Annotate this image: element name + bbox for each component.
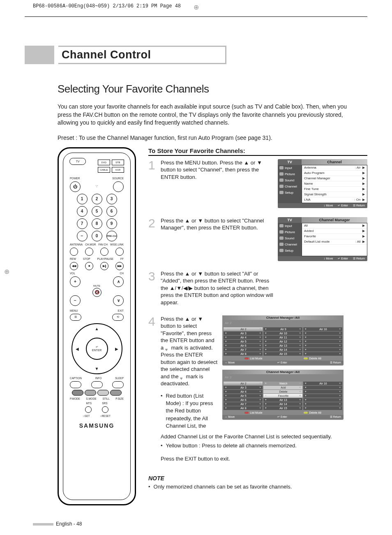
power-button: ⏻: [70, 181, 81, 192]
grid1-cell: Air 4: [224, 336, 263, 339]
grid2-listmode: List Mode: [244, 411, 262, 414]
osd1-side-input: Input: [278, 165, 302, 171]
caption-label: CAPTION: [70, 377, 82, 380]
grid1-cell: Air 5: [224, 340, 263, 343]
caption-button: [70, 381, 81, 388]
osd2-foot-move: ↕ Move: [324, 257, 333, 260]
grid1-cell: Air 8: [224, 352, 263, 356]
osd1-side-picture: Picture: [278, 171, 302, 177]
grid2-cell: Air 16: [303, 382, 342, 385]
antenna-button: [70, 248, 78, 256]
digit-3: 3: [106, 194, 117, 204]
preset-note: Preset : To use the Channel Manager func…: [58, 134, 367, 141]
digit-6: 6: [106, 206, 117, 217]
rew-button: ◀◀: [70, 262, 78, 270]
rew-label: REW: [70, 257, 76, 260]
note-heading: NOTE: [148, 475, 367, 482]
osd2-item-default: Default List mode: All ▶: [302, 239, 367, 245]
grid1-cell: Air 6: [224, 344, 263, 347]
samsung-logo: SAMSUNG: [66, 422, 128, 429]
grid1-cell: Air 3: [224, 331, 263, 335]
step-3-number: 3: [148, 270, 157, 306]
nav-down-icon: ▼: [95, 366, 99, 371]
grid2-popup-add: Add: [263, 386, 302, 389]
power-label: POWER: [70, 177, 80, 180]
grid2-cell: Air 3: [224, 386, 263, 389]
digit-9: 9: [106, 218, 117, 229]
grid1-cell: Air 2: [224, 327, 263, 331]
still-label: STILL: [102, 397, 109, 400]
mts-button: [85, 406, 92, 413]
smode-label: S.MODE: [86, 397, 97, 400]
grid1-cell: Air 9: [263, 327, 302, 331]
osd1-item-name: Name▶: [302, 181, 367, 187]
store-heading: To Store Your Favorite Channels:: [148, 147, 367, 156]
step-2-number: 2: [148, 217, 157, 261]
grid2-cell: Air 15: [263, 406, 302, 410]
osd-channel-manager: TVChannel Manager Input Picture Sound Ch…: [278, 217, 367, 261]
grid1-title: Channel Manager /All: [222, 315, 344, 320]
grid1-listmode: List Mode: [244, 357, 262, 360]
info-label: INFO: [95, 377, 102, 380]
nav-wheel: ▲ ▼ ◀ ▶ ↵ENTER: [71, 323, 122, 374]
grid1-current: Air 2: [222, 320, 344, 327]
osd2-side-setup: Setup: [278, 248, 302, 254]
favch-button: [100, 248, 108, 256]
step-3-text: Press the ▲ or ▼ button to select "All" …: [161, 270, 274, 306]
osd2-foot-return: ☰ Return: [353, 257, 365, 260]
nav-up-icon: ▲: [95, 327, 99, 331]
grid2-cell: Air 7: [224, 402, 263, 406]
reset-label: ○RESET: [100, 415, 111, 417]
channel-grid-all: Channel Manager /All Air 2 Air 2Air 9Air…: [222, 315, 344, 366]
grid1-cell: [303, 340, 342, 343]
color-red-button: [72, 390, 83, 396]
osd2-title: Channel Manager: [302, 217, 367, 223]
section-title: Selecting Your Favorite Channels: [58, 83, 367, 95]
grid2-popup-delete: Delete: [263, 390, 302, 394]
vol-label: VOL: [70, 272, 75, 275]
digit-8: 8: [92, 218, 102, 229]
enter-button: ↵ENTER: [86, 338, 108, 360]
step-4-number: 4: [148, 315, 157, 430]
tv-mode-button: TV: [69, 158, 86, 165]
stb-mode-button: STB: [112, 160, 124, 165]
cable-mode-button: CABLE: [98, 167, 110, 173]
chapter-title-block: Channel Control: [25, 46, 367, 64]
play-label: PLAY/PAUSE: [97, 257, 114, 260]
remote-control-illustration: TV DVD STB CABLE VCR POWER SOURC: [58, 147, 136, 505]
channel-grid-popup: Channel Manager /All Air 2 Air 2WatchAir…: [222, 370, 344, 420]
grid2-deleteall: Delete All: [304, 411, 321, 414]
sleep-label: SLEEP: [115, 377, 124, 380]
grid2-hint-enter: ↵ Enter: [277, 415, 287, 419]
nav-right-icon: ▶: [115, 346, 118, 351]
digit-1: 1: [77, 194, 88, 204]
osd1-foot-enter: ↵ Enter: [338, 204, 348, 207]
step-2-text: Press the ▲ or ▼ button to select "Chann…: [161, 217, 274, 261]
osd1-side-setup: Setup: [278, 190, 302, 196]
osd2-item-favorite: Favorite▶: [302, 234, 367, 239]
osd2-side-channel: Channel: [278, 241, 302, 248]
osd2-side-sound: Sound: [278, 235, 302, 241]
osd1-item-antenna: Antenna: Air ▶: [302, 165, 367, 171]
stop-label: STOP: [83, 257, 90, 260]
grid1-hint-move: ↔ Move: [225, 361, 235, 364]
red-button-bullet: Red button (List Mode) : If you press th…: [166, 392, 218, 430]
grid2-hint-move: ↔ Move: [225, 415, 235, 419]
grid2-cell: Air 8: [224, 406, 263, 410]
grid1-cell: Air 15: [263, 352, 302, 356]
grid1-hint-return: ☰ Return: [330, 361, 341, 364]
grid2-current: Air 2: [222, 374, 344, 382]
grid2-hint-return: ☰ Return: [330, 415, 341, 419]
source-label: SOURCE: [112, 177, 124, 180]
osd1-side-sound: Sound: [278, 177, 302, 183]
menu-button: ☰: [70, 314, 81, 321]
osd1-item-lna: LNA: On ▶: [302, 197, 367, 203]
color-green-button: [85, 390, 96, 396]
osd1-item-autoprogram: Auto Program▶: [302, 171, 367, 176]
registration-mark-top: ⊕: [194, 3, 199, 11]
grid2-cell: [303, 398, 342, 402]
mute-label: MUTE: [92, 285, 101, 287]
source-button: [113, 181, 124, 192]
grid2-cell: [303, 386, 342, 389]
chapter-title: Channel Control: [58, 46, 226, 64]
